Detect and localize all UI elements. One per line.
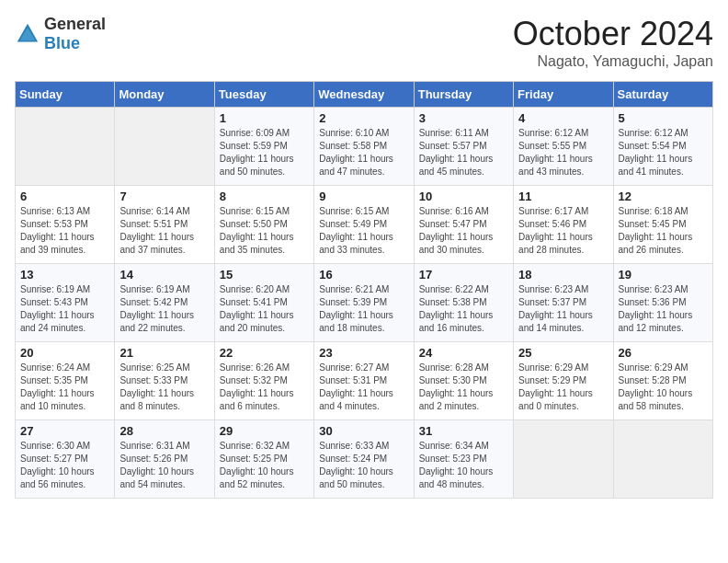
day-number: 4	[518, 111, 608, 125]
cell-info: Sunrise: 6:26 AM Sunset: 5:32 PM Dayligh…	[220, 362, 309, 413]
calendar-cell	[16, 108, 115, 186]
cell-info: Sunrise: 6:33 AM Sunset: 5:24 PM Dayligh…	[319, 440, 408, 491]
cell-info: Sunrise: 6:22 AM Sunset: 5:38 PM Dayligh…	[419, 283, 508, 335]
day-number: 6	[20, 190, 109, 203]
title-block: October 2024 Nagato, Yamaguchi, Japan	[513, 15, 713, 70]
calendar-cell	[613, 420, 712, 499]
day-number: 8	[220, 190, 309, 203]
day-number: 7	[119, 190, 209, 203]
month-title: October 2024	[513, 15, 713, 53]
day-number: 26	[619, 346, 708, 360]
cell-info: Sunrise: 6:12 AM Sunset: 5:55 PM Dayligh…	[518, 127, 608, 178]
logo-general: General	[44, 15, 106, 33]
calendar-cell: 25Sunrise: 6:29 AM Sunset: 5:29 PM Dayli…	[514, 342, 613, 420]
day-number: 14	[119, 268, 209, 282]
cell-info: Sunrise: 6:12 AM Sunset: 5:54 PM Dayligh…	[619, 127, 708, 178]
calendar-cell: 5Sunrise: 6:12 AM Sunset: 5:54 PM Daylig…	[613, 108, 712, 186]
calendar-cell: 27Sunrise: 6:30 AM Sunset: 5:27 PM Dayli…	[16, 420, 115, 499]
day-number: 15	[220, 268, 309, 282]
calendar-week-row: 6Sunrise: 6:13 AM Sunset: 5:53 PM Daylig…	[16, 186, 713, 264]
calendar-cell: 4Sunrise: 6:12 AM Sunset: 5:55 PM Daylig…	[514, 108, 613, 186]
day-number: 28	[119, 424, 209, 438]
weekday-header-sunday: Sunday	[16, 82, 115, 108]
logo-text: General Blue	[44, 15, 106, 53]
weekday-header-wednesday: Wednesday	[314, 82, 414, 108]
cell-info: Sunrise: 6:29 AM Sunset: 5:29 PM Dayligh…	[518, 362, 608, 413]
calendar-cell: 3Sunrise: 6:11 AM Sunset: 5:57 PM Daylig…	[414, 108, 513, 186]
cell-info: Sunrise: 6:10 AM Sunset: 5:58 PM Dayligh…	[319, 127, 408, 178]
cell-info: Sunrise: 6:27 AM Sunset: 5:31 PM Dayligh…	[319, 362, 408, 413]
weekday-header-friday: Friday	[514, 82, 613, 108]
weekday-header-saturday: Saturday	[613, 82, 712, 108]
cell-info: Sunrise: 6:25 AM Sunset: 5:33 PM Dayligh…	[119, 362, 209, 413]
cell-info: Sunrise: 6:11 AM Sunset: 5:57 PM Dayligh…	[419, 127, 508, 178]
calendar-cell: 18Sunrise: 6:23 AM Sunset: 5:37 PM Dayli…	[514, 264, 613, 342]
calendar-week-row: 1Sunrise: 6:09 AM Sunset: 5:59 PM Daylig…	[16, 108, 713, 186]
weekday-header-row: SundayMondayTuesdayWednesdayThursdayFrid…	[16, 82, 713, 108]
cell-info: Sunrise: 6:20 AM Sunset: 5:41 PM Dayligh…	[220, 283, 309, 335]
cell-info: Sunrise: 6:15 AM Sunset: 5:50 PM Dayligh…	[220, 205, 309, 257]
weekday-header-monday: Monday	[115, 82, 214, 108]
calendar-cell	[514, 420, 613, 499]
calendar-cell: 30Sunrise: 6:33 AM Sunset: 5:24 PM Dayli…	[314, 420, 414, 499]
cell-info: Sunrise: 6:16 AM Sunset: 5:47 PM Dayligh…	[419, 205, 508, 257]
day-number: 21	[119, 346, 209, 360]
day-number: 29	[220, 424, 309, 438]
calendar-cell: 6Sunrise: 6:13 AM Sunset: 5:53 PM Daylig…	[16, 186, 115, 264]
day-number: 19	[619, 268, 708, 282]
cell-info: Sunrise: 6:31 AM Sunset: 5:26 PM Dayligh…	[119, 440, 209, 491]
day-number: 18	[518, 268, 608, 282]
calendar-cell: 8Sunrise: 6:15 AM Sunset: 5:50 PM Daylig…	[214, 186, 313, 264]
day-number: 10	[419, 190, 508, 203]
day-number: 2	[319, 111, 408, 125]
cell-info: Sunrise: 6:15 AM Sunset: 5:49 PM Dayligh…	[319, 205, 408, 257]
cell-info: Sunrise: 6:17 AM Sunset: 5:46 PM Dayligh…	[518, 205, 608, 257]
calendar-cell: 13Sunrise: 6:19 AM Sunset: 5:43 PM Dayli…	[16, 264, 115, 342]
calendar-cell: 12Sunrise: 6:18 AM Sunset: 5:45 PM Dayli…	[613, 186, 712, 264]
calendar-week-row: 13Sunrise: 6:19 AM Sunset: 5:43 PM Dayli…	[16, 264, 713, 342]
day-number: 1	[220, 111, 309, 125]
cell-info: Sunrise: 6:30 AM Sunset: 5:27 PM Dayligh…	[20, 440, 109, 491]
calendar-cell: 7Sunrise: 6:14 AM Sunset: 5:51 PM Daylig…	[115, 186, 214, 264]
cell-info: Sunrise: 6:29 AM Sunset: 5:28 PM Dayligh…	[619, 362, 708, 413]
cell-info: Sunrise: 6:19 AM Sunset: 5:42 PM Dayligh…	[119, 283, 209, 335]
day-number: 3	[419, 111, 508, 125]
day-number: 11	[518, 190, 608, 203]
calendar-week-row: 27Sunrise: 6:30 AM Sunset: 5:27 PM Dayli…	[16, 420, 713, 499]
day-number: 22	[220, 346, 309, 360]
weekday-header-thursday: Thursday	[414, 82, 513, 108]
calendar-cell: 16Sunrise: 6:21 AM Sunset: 5:39 PM Dayli…	[314, 264, 414, 342]
cell-info: Sunrise: 6:13 AM Sunset: 5:53 PM Dayligh…	[20, 205, 109, 257]
logo-blue: Blue	[44, 34, 80, 52]
day-number: 13	[20, 268, 109, 282]
day-number: 20	[20, 346, 109, 360]
cell-info: Sunrise: 6:14 AM Sunset: 5:51 PM Dayligh…	[119, 205, 209, 257]
cell-info: Sunrise: 6:18 AM Sunset: 5:45 PM Dayligh…	[619, 205, 708, 257]
day-number: 12	[619, 190, 708, 203]
logo: General Blue	[15, 15, 106, 53]
day-number: 24	[419, 346, 508, 360]
calendar-cell: 11Sunrise: 6:17 AM Sunset: 5:46 PM Dayli…	[514, 186, 613, 264]
location-title: Nagato, Yamaguchi, Japan	[513, 53, 713, 70]
day-number: 16	[319, 268, 408, 282]
cell-info: Sunrise: 6:24 AM Sunset: 5:35 PM Dayligh…	[20, 362, 109, 413]
calendar-cell: 20Sunrise: 6:24 AM Sunset: 5:35 PM Dayli…	[16, 342, 115, 420]
day-number: 9	[319, 190, 408, 203]
calendar-cell: 23Sunrise: 6:27 AM Sunset: 5:31 PM Dayli…	[314, 342, 414, 420]
calendar-cell: 14Sunrise: 6:19 AM Sunset: 5:42 PM Dayli…	[115, 264, 214, 342]
cell-info: Sunrise: 6:34 AM Sunset: 5:23 PM Dayligh…	[419, 440, 508, 491]
calendar-cell: 1Sunrise: 6:09 AM Sunset: 5:59 PM Daylig…	[214, 108, 313, 186]
day-number: 30	[319, 424, 408, 438]
day-number: 23	[319, 346, 408, 360]
cell-info: Sunrise: 6:09 AM Sunset: 5:59 PM Dayligh…	[220, 127, 309, 178]
calendar-cell	[115, 108, 214, 186]
calendar-cell: 10Sunrise: 6:16 AM Sunset: 5:47 PM Dayli…	[414, 186, 513, 264]
calendar-cell: 19Sunrise: 6:23 AM Sunset: 5:36 PM Dayli…	[613, 264, 712, 342]
calendar-cell: 29Sunrise: 6:32 AM Sunset: 5:25 PM Dayli…	[214, 420, 313, 499]
calendar-cell: 24Sunrise: 6:28 AM Sunset: 5:30 PM Dayli…	[414, 342, 513, 420]
page-header: General Blue October 2024 Nagato, Yamagu…	[15, 15, 713, 70]
day-number: 27	[20, 424, 109, 438]
calendar-cell: 21Sunrise: 6:25 AM Sunset: 5:33 PM Dayli…	[115, 342, 214, 420]
cell-info: Sunrise: 6:32 AM Sunset: 5:25 PM Dayligh…	[220, 440, 309, 491]
calendar-table: SundayMondayTuesdayWednesdayThursdayFrid…	[15, 81, 713, 499]
